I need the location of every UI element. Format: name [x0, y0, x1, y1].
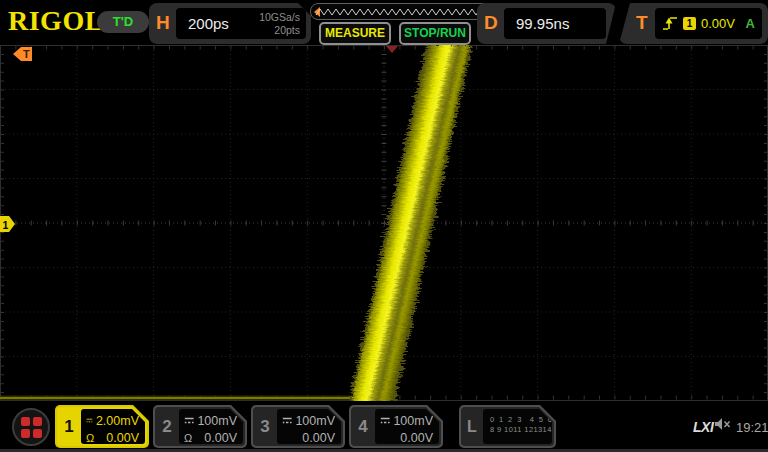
delay-panel[interactable]: D 99.95ns: [477, 3, 616, 44]
trigger-flag-letter: T: [23, 48, 30, 60]
clock: 19:21: [736, 420, 768, 435]
logic-tab-label: L: [461, 407, 483, 446]
channel-2-impedance: Ω: [184, 432, 192, 444]
lxi-logo: LXI: [693, 419, 713, 435]
trigger-box[interactable]: 1 0.00V A: [655, 8, 762, 39]
channel-4-number: 4: [351, 407, 375, 446]
graticule-area[interactable]: T 1: [0, 45, 768, 401]
channel-1-tab[interactable]: 1 2.00mV Ω 0.00V: [55, 405, 149, 448]
speaker-muted-icon[interactable]: [714, 417, 731, 432]
ch1-level-marker[interactable]: 1: [0, 216, 15, 232]
channel-1-offset: 0.00V: [106, 431, 139, 445]
logic-row-8-15: 8 9 1011 12131415: [490, 425, 550, 435]
dc-coupling-icon: [86, 416, 93, 425]
delay-box[interactable]: 99.95ns: [504, 8, 606, 39]
memory-waveform-icon: [311, 4, 496, 19]
trigger-position-marker[interactable]: [386, 46, 398, 53]
channel-4-scale: 100mV: [393, 414, 433, 428]
logic-row-0-7: 0 1 2 3 4 5 6 7: [490, 415, 550, 425]
channel-2-offset: 0.00V: [204, 431, 237, 445]
trigger-level-value: 0.00V: [701, 16, 735, 31]
horizontal-panel[interactable]: H 200ps 10GSa/s 20pts: [149, 3, 311, 44]
trigger-label: T: [636, 12, 648, 34]
channel-3-number: 3: [253, 407, 277, 446]
trigger-mode: A: [746, 16, 755, 31]
channel-1-impedance: Ω: [86, 432, 94, 444]
channel-4-tab[interactable]: 4 100mV 0.00V: [349, 405, 443, 448]
memory-depth: 20pts: [259, 24, 300, 37]
channel-2-scale: 100mV: [197, 414, 237, 428]
channel-2-number: 2: [155, 407, 179, 446]
measure-button[interactable]: MEASURE: [319, 22, 391, 45]
rising-edge-icon: [662, 16, 678, 31]
dc-coupling-icon: [184, 416, 194, 425]
timebase-box[interactable]: 200ps 10GSa/s 20pts: [176, 8, 306, 39]
channel-1-scale: 2.00mV: [96, 414, 139, 428]
delay-label: D: [484, 12, 498, 34]
timebase-value: 200ps: [188, 15, 229, 32]
trigger-source-badge: 1: [683, 17, 696, 30]
dc-coupling-icon: [282, 416, 292, 425]
logic-channels-tab[interactable]: L 0 1 2 3 4 5 6 7 8 9 1011 12131415: [459, 405, 556, 448]
quad-menu-icon: [21, 417, 42, 438]
menu-button[interactable]: [12, 408, 50, 446]
ch1-waveform: [0, 45, 472, 401]
ch1-tag-number: 1: [3, 219, 9, 231]
stop-run-button[interactable]: STOP/RUN: [399, 22, 471, 45]
channel-3-tab[interactable]: 3 100mV 0.00V: [251, 405, 345, 448]
sample-rate: 10GSa/s: [259, 11, 300, 24]
dc-coupling-icon: [380, 416, 390, 425]
channel-3-scale: 100mV: [295, 414, 335, 428]
trigger-status-badge: T'D: [97, 11, 149, 33]
memory-waveform-bar[interactable]: [310, 3, 497, 20]
channel-3-offset: 0.00V: [302, 431, 335, 445]
channel-1-number: 1: [57, 407, 81, 446]
rigol-logo: RIGOL: [8, 5, 104, 37]
channel-4-offset: 0.00V: [400, 431, 433, 445]
channel-2-tab[interactable]: 2 100mV Ω 0.00V: [153, 405, 247, 448]
delay-value: 99.95ns: [516, 15, 569, 32]
acquisition-rates: 10GSa/s 20pts: [259, 11, 300, 36]
horizontal-label: H: [156, 12, 170, 34]
trigger-panel[interactable]: T 1 0.00V A: [619, 3, 768, 44]
